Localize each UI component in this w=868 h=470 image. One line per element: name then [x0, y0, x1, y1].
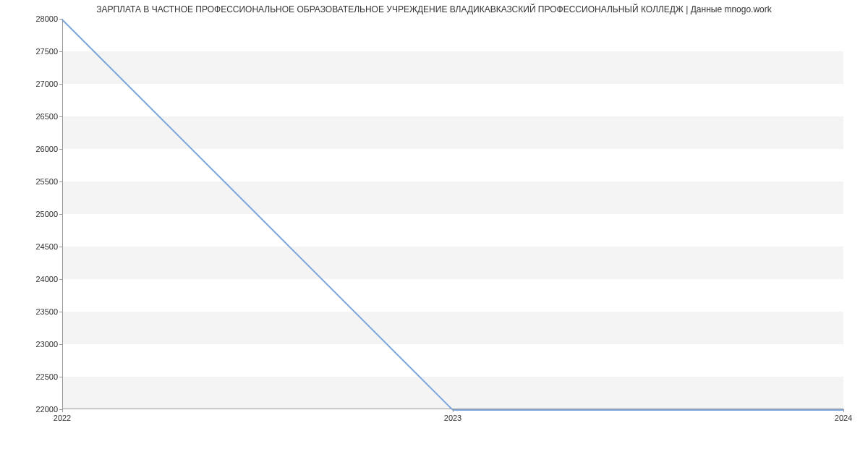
y-tick	[59, 214, 62, 215]
y-tick	[59, 149, 62, 150]
plot-area	[62, 19, 843, 409]
x-tick	[843, 409, 844, 412]
y-tick-label: 27000	[7, 80, 58, 88]
y-tick	[59, 116, 62, 117]
y-tick	[59, 84, 62, 85]
y-tick-label: 28000	[7, 14, 58, 23]
y-tick-label: 23500	[7, 307, 58, 316]
grid-band	[62, 247, 843, 279]
x-tick-label: 2022	[54, 414, 71, 422]
y-tick-label: 23000	[7, 340, 58, 349]
line-segment	[453, 409, 843, 411]
y-tick-label: 26000	[7, 145, 58, 153]
y-tick	[59, 19, 62, 20]
y-tick-label: 24500	[7, 242, 58, 251]
grid-band	[62, 181, 843, 214]
x-tick	[62, 409, 63, 412]
y-tick-label: 25000	[7, 210, 58, 218]
y-tick-label: 27500	[7, 47, 58, 56]
y-tick-label: 26500	[7, 112, 58, 121]
grid-band	[62, 312, 843, 344]
y-tick	[59, 312, 62, 312]
y-axis-line	[62, 19, 63, 409]
y-tick	[59, 181, 62, 182]
x-tick-label: 2023	[444, 414, 461, 422]
y-tick	[59, 344, 62, 345]
y-tick	[59, 247, 62, 247]
y-tick	[59, 51, 62, 52]
y-tick-label: 24000	[7, 275, 58, 283]
x-tick-label: 2024	[835, 414, 852, 422]
y-tick-label: 25500	[7, 177, 58, 186]
y-tick-label: 22500	[7, 372, 58, 381]
y-tick-label: 22000	[7, 405, 58, 414]
grid-band	[62, 377, 843, 409]
y-tick	[59, 279, 62, 280]
chart-title: ЗАРПЛАТА В ЧАСТНОЕ ПРОФЕССИОНАЛЬНОЕ ОБРА…	[0, 4, 868, 14]
y-tick	[59, 377, 62, 377]
x-tick	[453, 409, 454, 412]
chart-container: ЗАРПЛАТА В ЧАСТНОЕ ПРОФЕССИОНАЛЬНОЕ ОБРА…	[0, 0, 868, 470]
grid-band	[62, 51, 843, 84]
grid-band	[62, 116, 843, 149]
